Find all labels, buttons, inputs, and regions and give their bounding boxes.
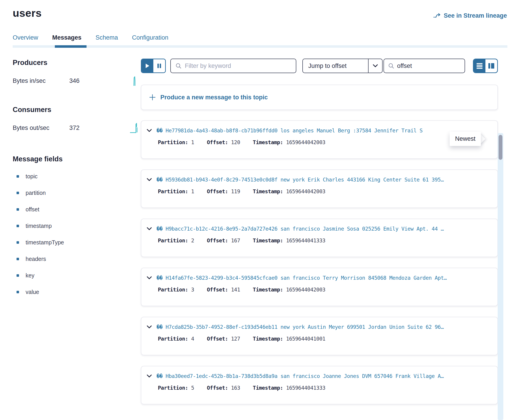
message-list: �� He77981da-4a43-48ab-b8f8-cb71b96ffdd0… (141, 120, 498, 404)
view-toggle-control (473, 59, 498, 73)
produce-message-button[interactable]: Produce a new message to this topic (141, 85, 498, 110)
page-header: users See in Stream lineage (0, 0, 516, 19)
keyword-filter-field[interactable] (170, 59, 296, 73)
bytes-out-sparkline (130, 122, 139, 133)
tab-overview[interactable]: Overview (13, 34, 38, 45)
offset-field: Offset: 120 (207, 139, 240, 145)
timestamp-field: Timestamp: 1659644041001 (253, 336, 325, 342)
timestamp-field: Timestamp: 1659644042003 (253, 287, 325, 292)
messages-toolbar: Jump to offset (141, 59, 498, 73)
message-row: �� He77981da-4a43-48ab-b8f8-cb71b96ffdd0… (141, 120, 498, 159)
partition-field: Partition: 5 (158, 385, 194, 391)
messages-panel: Jump to offset (141, 59, 498, 415)
field-item-value: value (13, 289, 141, 295)
bullet-icon (16, 241, 19, 244)
timestamp-field: Timestamp: 1659644041333 (253, 238, 325, 243)
partition-field: Partition: 3 (158, 287, 194, 292)
consumers-heading: Consumers (13, 106, 141, 114)
bullet-icon (16, 258, 19, 260)
message-key[interactable]: �� H5936db81-b943-4e0f-8c29-74513e0c0d8f… (156, 177, 488, 183)
play-button[interactable] (142, 59, 153, 72)
bullet-icon (16, 175, 19, 178)
pause-button[interactable] (153, 59, 165, 72)
partition-field: Partition: 1 (158, 139, 194, 145)
message-row: �� H5936db81-b943-4e0f-8c29-74513e0c0d8f… (141, 170, 498, 208)
field-item-topic: topic (13, 173, 141, 180)
pause-icon (157, 63, 162, 68)
chevron-down-icon[interactable] (146, 276, 153, 280)
bytes-in-value: 346 (69, 77, 79, 84)
timestamp-field: Timestamp: 1659644042003 (253, 188, 325, 194)
offset-field: Offset: 141 (207, 287, 240, 292)
timestamp-field: Timestamp: 1659644042003 (253, 139, 325, 145)
jump-to-select-value: Jump to offset (303, 62, 368, 69)
plus-icon (149, 94, 156, 101)
offset-search-field[interactable] (384, 59, 465, 73)
bytes-in-metric: Bytes in/sec 346 (13, 75, 141, 86)
message-row: �� H14fa67fe-5823-4299-b3c4-595845cfcae0… (141, 268, 498, 306)
offset-field: Offset: 119 (207, 188, 240, 194)
bytes-out-metric: Bytes out/sec 372 (13, 122, 141, 133)
field-item-offset: offset (13, 206, 141, 213)
jump-to-select[interactable]: Jump to offset (302, 59, 383, 73)
partition-field: Partition: 1 (158, 188, 194, 194)
message-row: �� H7cda825b-35b7-4952-88ef-c193d546eb11… (141, 317, 498, 355)
tab-configuration[interactable]: Configuration (132, 34, 169, 45)
message-key[interactable]: �� H9bacc71c-b12c-4216-8e95-2a7da727e426… (156, 226, 488, 232)
split-view-button[interactable] (485, 59, 497, 72)
offset-search-input[interactable] (397, 62, 461, 69)
tab-messages[interactable]: Messages (52, 34, 82, 45)
bytes-in-sparkline (130, 75, 139, 86)
offset-field: Offset: 167 (207, 238, 240, 243)
chevron-down-icon[interactable] (146, 227, 153, 231)
partition-field: Partition: 2 (158, 238, 194, 243)
page-title: users (13, 7, 42, 19)
bullet-icon (16, 192, 19, 194)
message-fields-list: topic partition offset timestamp timesta… (13, 173, 141, 295)
chevron-down-icon[interactable] (369, 64, 382, 68)
field-item-headers: headers (13, 256, 141, 262)
split-view-icon (488, 63, 494, 69)
sidebar: Producers Bytes in/sec 346 Consumers Byt… (13, 59, 141, 415)
search-icon (388, 63, 394, 69)
list-view-button[interactable] (474, 59, 485, 72)
field-item-timestamp: timestamp (13, 223, 141, 229)
chevron-down-icon[interactable] (146, 178, 153, 181)
message-fields-heading: Message fields (13, 155, 141, 163)
message-key[interactable]: �� H7cda825b-35b7-4952-88ef-c193d546eb11… (156, 324, 488, 330)
stream-lineage-icon (433, 13, 441, 19)
scrollbar-thumb[interactable] (499, 135, 502, 160)
message-row: �� H9bacc71c-b12c-4216-8e95-2a7da727e426… (141, 219, 498, 257)
tab-schema[interactable]: Schema (96, 34, 118, 45)
message-row: �� Hba30eed7-1edc-452b-8b1a-738d3b5d8a9a… (141, 366, 498, 404)
message-key[interactable]: �� Hba30eed7-1edc-452b-8b1a-738d3b5d8a9a… (156, 373, 488, 379)
chevron-down-icon[interactable] (146, 374, 153, 378)
newest-tooltip: Newest (450, 132, 484, 146)
message-key[interactable]: �� He77981da-4a43-48ab-b8f8-cb71b96ffdd0… (156, 128, 488, 134)
producers-heading: Producers (13, 59, 141, 67)
tab-track (13, 45, 507, 48)
bullet-icon (16, 291, 19, 293)
timestamp-field: Timestamp: 1659644041333 (253, 385, 325, 391)
tab-bar: Overview Messages Schema Configuration (13, 34, 507, 48)
bytes-out-label: Bytes out/sec (13, 124, 69, 131)
list-view-icon (476, 63, 483, 69)
keyword-filter-input[interactable] (185, 62, 291, 69)
active-tab-indicator (55, 45, 86, 48)
bytes-in-label: Bytes in/sec (13, 77, 69, 84)
bullet-icon (16, 208, 19, 211)
play-pause-control (141, 59, 166, 73)
field-item-partition: partition (13, 190, 141, 196)
bullet-icon (16, 225, 19, 227)
produce-message-label: Produce a new message to this topic (160, 94, 268, 101)
chevron-down-icon[interactable] (146, 129, 153, 132)
scrollbar-track[interactable] (498, 133, 503, 420)
chevron-down-icon[interactable] (146, 325, 153, 329)
partition-field: Partition: 4 (158, 336, 194, 342)
message-key[interactable]: �� H14fa67fe-5823-4299-b3c4-595845cfcae0… (156, 275, 488, 281)
offset-field: Offset: 127 (207, 336, 240, 342)
bytes-out-value: 372 (69, 124, 79, 131)
offset-field: Offset: 163 (207, 385, 240, 391)
stream-lineage-link[interactable]: See in Stream lineage (433, 12, 507, 19)
topic-page: users See in Stream lineage Overview Mes… (0, 0, 516, 420)
